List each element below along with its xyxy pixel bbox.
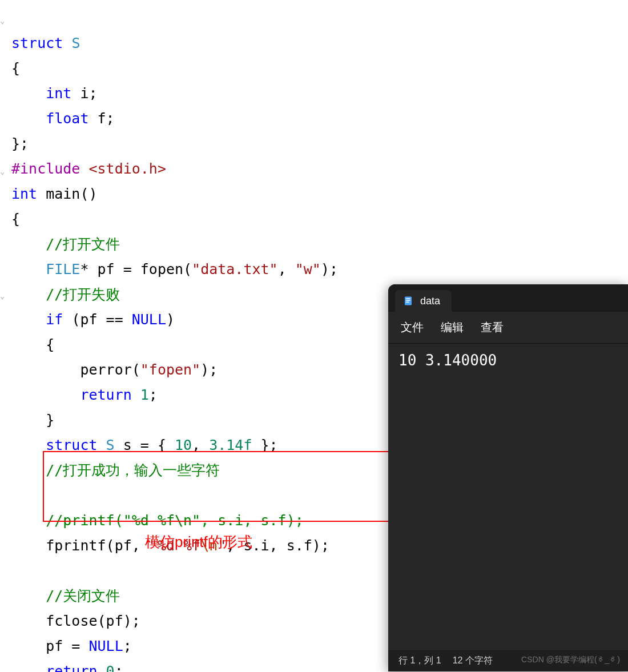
code-string: "w" (295, 261, 321, 277)
code-macro: #include (11, 160, 80, 177)
code-keyword: struct (11, 35, 63, 51)
code-type: FILE (46, 261, 80, 277)
code-text: , (278, 261, 295, 277)
notepad-text-area[interactable]: 10 3.140000 (388, 344, 628, 650)
notepad-tab[interactable]: data (395, 290, 452, 312)
notepad-tab-bar: data (388, 284, 628, 312)
code-keyword: float (46, 110, 88, 127)
code-text: }; (252, 437, 277, 453)
code-text: fclose(pf); (46, 613, 140, 629)
code-brace: { (46, 336, 54, 353)
code-number: 0 (98, 663, 115, 672)
notepad-file-icon (403, 295, 413, 307)
code-string: "data.txt" (192, 261, 278, 277)
code-text: perror( (80, 361, 140, 378)
code-text: s = { (115, 437, 175, 453)
code-ident: f; (88, 110, 114, 127)
fold-caret-icon[interactable]: ⌄ (0, 8, 5, 33)
code-keyword: int (46, 85, 71, 102)
code-brace: { (11, 60, 20, 77)
code-text: ); (200, 361, 218, 378)
annotation-text: 模仿printf的形式 (145, 532, 252, 552)
code-number: 1 (132, 387, 149, 403)
watermark-text: CSDN @我要学编程(ಥ_ಥ) (521, 655, 620, 665)
code-brace: { (11, 211, 20, 227)
code-text: pf = (46, 638, 88, 654)
status-char-count: 12 个字符 (453, 655, 493, 667)
code-keyword: int (11, 186, 37, 202)
code-keyword: NULL (88, 638, 123, 654)
menu-file[interactable]: 文件 (401, 320, 424, 335)
code-text: ) (166, 311, 175, 328)
fold-caret-icon[interactable]: ⌄ (0, 159, 5, 184)
menu-edit[interactable]: 编辑 (441, 320, 464, 335)
fold-caret-icon[interactable]: ⌄ (0, 283, 5, 308)
notepad-window[interactable]: data 文件 编辑 查看 10 3.140000 行 1，列 1 12 个字符 (388, 284, 628, 671)
notepad-tab-title: data (420, 295, 440, 307)
code-brace: }; (11, 135, 29, 152)
svg-rect-2 (406, 300, 410, 301)
code-comment: //打开文件 (46, 236, 120, 252)
code-text: ); (321, 261, 338, 277)
code-comment: //关闭文件 (46, 588, 120, 604)
code-comment: //打开成功，输入一些字符 (46, 462, 220, 478)
menu-view[interactable]: 查看 (481, 320, 504, 335)
code-keyword: return (80, 387, 131, 403)
status-line-col: 行 1，列 1 (398, 655, 441, 667)
code-text: ; (115, 663, 123, 672)
code-type: S (98, 437, 115, 453)
code-string: "fopen" (140, 361, 200, 378)
code-keyword: return (46, 663, 97, 672)
code-comment: //打开失败 (46, 286, 120, 303)
code-text: (pf == (63, 311, 131, 328)
code-number: 3.14f (209, 437, 252, 453)
code-keyword: struct (46, 437, 97, 453)
code-text: * pf = fopen( (80, 261, 192, 277)
code-text: fprintf(pf, (46, 537, 149, 554)
code-type: S (71, 35, 80, 51)
code-ident: main() (37, 186, 97, 202)
code-ident: i; (71, 85, 97, 102)
code-text: , (192, 437, 209, 453)
code-text: ; (123, 638, 132, 654)
svg-rect-1 (406, 299, 410, 300)
code-brace: } (46, 412, 54, 428)
code-keyword: if (46, 311, 63, 328)
svg-rect-3 (406, 302, 409, 303)
code-keyword: NULL (132, 311, 166, 328)
code-number: 10 (175, 437, 192, 453)
code-text: ; (149, 387, 158, 403)
notepad-menu-bar: 文件 编辑 查看 (388, 312, 628, 344)
code-comment: //printf("%d %f\n", s.i, s.f); (46, 512, 304, 529)
code-include-path: <stdio.h> (88, 160, 166, 177)
